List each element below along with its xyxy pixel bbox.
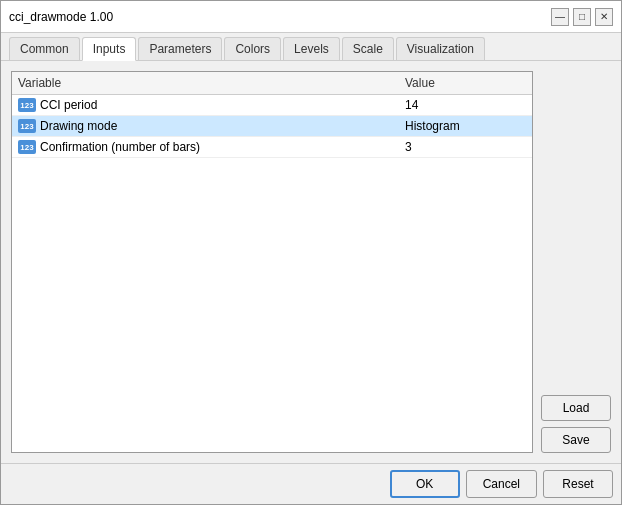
value-cell[interactable]: 14 [399, 95, 532, 116]
main-window: cci_drawmode 1.00 — □ ✕ Common Inputs Pa… [0, 0, 622, 505]
inputs-table: Variable Value 123 CCI period [11, 71, 533, 453]
load-button[interactable]: Load [541, 395, 611, 421]
tabs-bar: Common Inputs Parameters Colors Levels S… [1, 33, 621, 61]
type-icon: 123 [18, 98, 36, 112]
close-button[interactable]: ✕ [595, 8, 613, 26]
maximize-button[interactable]: □ [573, 8, 591, 26]
reset-button[interactable]: Reset [543, 470, 613, 498]
variable-cell: 123 CCI period [12, 95, 399, 116]
title-bar: cci_drawmode 1.00 — □ ✕ [1, 1, 621, 33]
variable-name: Confirmation (number of bars) [40, 140, 200, 154]
tab-parameters[interactable]: Parameters [138, 37, 222, 60]
side-panel: Load Save [541, 71, 611, 453]
tab-common[interactable]: Common [9, 37, 80, 60]
variable-cell: 123 Drawing mode [12, 116, 399, 137]
window-controls: — □ ✕ [551, 8, 613, 26]
column-variable: Variable [12, 72, 399, 95]
table-row: 123 CCI period 14 [12, 95, 532, 116]
table-row: 123 Drawing mode Histogram [12, 116, 532, 137]
window-title: cci_drawmode 1.00 [9, 10, 113, 24]
variable-cell: 123 Confirmation (number of bars) [12, 137, 399, 158]
cancel-button[interactable]: Cancel [466, 470, 537, 498]
column-value: Value [399, 72, 532, 95]
tab-scale[interactable]: Scale [342, 37, 394, 60]
ok-button[interactable]: OK [390, 470, 460, 498]
type-icon: 123 [18, 119, 36, 133]
main-content: Variable Value 123 CCI period [11, 71, 611, 453]
content-area: Variable Value 123 CCI period [1, 61, 621, 463]
tab-levels[interactable]: Levels [283, 37, 340, 60]
footer-buttons: OK Cancel Reset [1, 463, 621, 504]
minimize-button[interactable]: — [551, 8, 569, 26]
tab-colors[interactable]: Colors [224, 37, 281, 60]
variable-name: CCI period [40, 98, 97, 112]
value-cell[interactable]: Histogram [399, 116, 532, 137]
tab-inputs[interactable]: Inputs [82, 37, 137, 61]
variable-name: Drawing mode [40, 119, 117, 133]
type-icon: 123 [18, 140, 36, 154]
value-cell[interactable]: 3 [399, 137, 532, 158]
table-row: 123 Confirmation (number of bars) 3 [12, 137, 532, 158]
tab-visualization[interactable]: Visualization [396, 37, 485, 60]
save-button[interactable]: Save [541, 427, 611, 453]
